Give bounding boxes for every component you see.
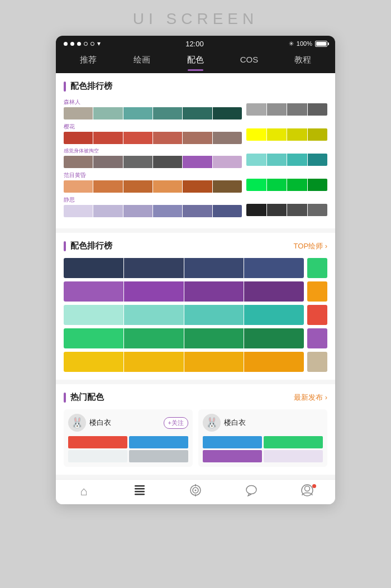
swatch	[246, 154, 266, 166]
side-square-5	[307, 352, 327, 372]
section1-header: 配色排行榜	[64, 81, 327, 92]
side-square-2	[307, 281, 327, 302]
palette-row-5[interactable]: 静思	[64, 196, 242, 217]
section2-title-wrap: 配色排行榜	[64, 241, 112, 251]
wifi-icon: ▾	[97, 40, 101, 47]
tab-tutorial[interactable]: 教程	[276, 51, 330, 69]
swatch	[287, 128, 307, 141]
section2-bar	[64, 241, 66, 251]
swatch	[183, 180, 212, 193]
status-right: ✳ 100%	[289, 40, 327, 47]
main-bar-1	[64, 258, 304, 278]
nav-target[interactable]	[168, 484, 223, 500]
palette-row-1[interactable]: 森林人	[64, 98, 242, 119]
palette-row-3[interactable]: 感觉身体被掏空	[64, 147, 242, 168]
tab-cos[interactable]: COS	[222, 51, 276, 69]
side-square-3	[307, 305, 327, 325]
big-row-3[interactable]	[64, 305, 327, 325]
swatch	[184, 328, 244, 348]
profile-icon	[301, 484, 313, 500]
nav-home[interactable]: ⌂	[56, 484, 112, 500]
swatch	[64, 205, 93, 217]
avatar-img-2: 🐰	[203, 414, 221, 432]
main-bar-4	[64, 328, 304, 348]
swatch	[93, 132, 122, 144]
nav-chat[interactable]	[223, 484, 279, 500]
swatch	[213, 180, 242, 193]
section3-bar	[64, 393, 66, 403]
swatch	[287, 154, 307, 166]
palette-list: 森林人 樱花	[64, 98, 327, 221]
swatch	[183, 205, 212, 217]
palette-label-2: 樱花	[64, 123, 242, 131]
swatch	[244, 328, 304, 348]
swatch	[308, 204, 328, 216]
hot-swatch	[264, 450, 323, 462]
side-square-4	[307, 328, 327, 348]
svg-rect-3	[135, 494, 145, 495]
palette-colors-2	[64, 132, 242, 144]
section-ranking-1: 配色排行榜 森林人	[56, 73, 335, 228]
nav-profile[interactable]	[279, 484, 335, 500]
section-ranking-2: 配色排行榜 TOP绘师 ›	[56, 233, 335, 380]
swatch	[267, 154, 287, 166]
dot5	[90, 42, 94, 46]
notification-dot	[312, 484, 316, 488]
user-name-2: 楼白衣	[224, 418, 246, 428]
hot-palette-1	[68, 436, 188, 462]
hot-card-1[interactable]: 🐰 楼白衣 +关注	[64, 409, 193, 467]
avatar-2: 🐰	[203, 414, 221, 432]
svg-rect-0	[135, 485, 145, 487]
section-hot-colors: 热门配色 最新发布 › 🐰 楼白衣 +关注	[56, 384, 335, 475]
swatch	[308, 128, 328, 141]
dot1	[64, 42, 68, 46]
big-row-5[interactable]	[64, 352, 327, 372]
big-row-2[interactable]	[64, 281, 327, 302]
target-icon	[189, 484, 202, 500]
tab-recommend[interactable]: 推荐	[61, 51, 115, 69]
swatch	[153, 205, 182, 217]
dot2	[70, 42, 74, 46]
swatch	[64, 352, 123, 372]
swatch	[123, 205, 152, 217]
hot-card-2[interactable]: 🐰 楼白衣	[198, 409, 327, 467]
top-artist-link[interactable]: TOP绘师 ›	[294, 241, 327, 251]
tab-color[interactable]: 配色	[169, 51, 222, 69]
latest-release-link[interactable]: 最新发布 ›	[294, 393, 327, 403]
battery-icon	[315, 41, 327, 47]
palette-label-5: 静思	[64, 196, 242, 204]
big-row-1[interactable]	[64, 258, 327, 278]
main-bar-2	[64, 281, 304, 302]
palette-row-2[interactable]: 樱花	[64, 123, 242, 144]
section3-header: 热门配色 最新发布 ›	[64, 392, 327, 403]
hot-card-2-header: 🐰 楼白衣	[203, 414, 323, 432]
hot-swatch	[264, 436, 323, 448]
swatch	[213, 132, 242, 144]
right-palette-3	[246, 154, 327, 166]
nav-list[interactable]	[112, 484, 168, 500]
swatch	[93, 180, 122, 193]
swatch	[124, 352, 184, 372]
swatch	[124, 281, 184, 302]
section2-header: 配色排行榜 TOP绘师 ›	[64, 241, 327, 251]
swatch	[244, 352, 304, 372]
swatch	[64, 305, 123, 325]
swatch	[244, 305, 304, 325]
swatch	[184, 305, 244, 325]
svg-point-10	[305, 486, 310, 491]
page-title: UI SCREEN	[133, 10, 258, 28]
swatch	[64, 328, 123, 348]
swatch	[64, 281, 123, 302]
battery-fill	[316, 42, 326, 46]
hot-swatch	[129, 436, 188, 448]
big-row-4[interactable]	[64, 328, 327, 348]
palette-colors-5	[64, 205, 242, 217]
right-palette-5	[246, 204, 327, 216]
user-name-1: 楼白衣	[89, 418, 111, 428]
swatch	[213, 156, 242, 168]
tab-drawing[interactable]: 绘画	[115, 51, 169, 69]
follow-button-1[interactable]: +关注	[164, 417, 188, 429]
palette-label-3: 感觉身体被掏空	[64, 147, 242, 155]
swatch	[246, 103, 266, 116]
palette-row-4[interactable]: 范目黄昏	[64, 171, 242, 193]
